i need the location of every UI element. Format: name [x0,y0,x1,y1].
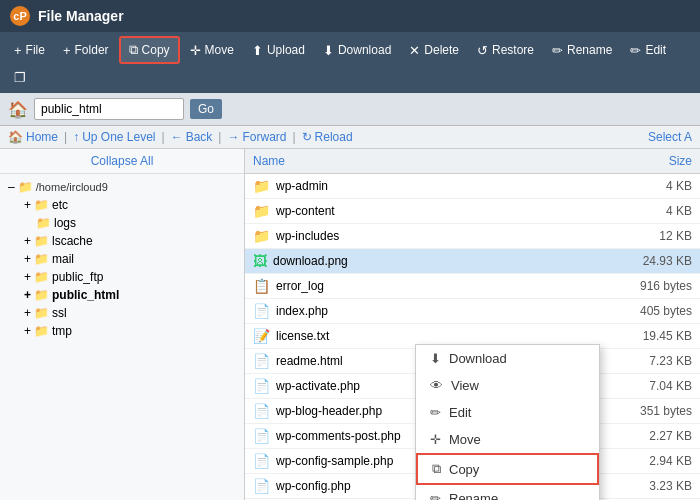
file-button[interactable]: + File [6,39,53,62]
tree-item-etc[interactable]: + 📁 etc [8,196,236,214]
folder-icon-ftp: 📁 [34,270,49,284]
restore-button[interactable]: ↺ Restore [469,39,542,62]
context-menu-item-move[interactable]: ✛ Move [416,426,599,453]
table-row[interactable]: 📁 wp-admin 4 KB [245,174,700,199]
tree-label-mail: mail [52,252,74,266]
file-name-label: wp-comments-post.php [276,429,401,443]
file-name-label: wp-config-sample.php [276,454,393,468]
tree-item-logs[interactable]: 📁 logs [8,214,236,232]
tree-item-tmp[interactable]: + 📁 tmp [8,322,236,340]
collapse-all-button[interactable]: Collapse All [0,149,244,174]
move-icon: ✛ [190,43,201,58]
php-file-icon: 📄 [253,478,270,494]
title-bar: cP File Manager [0,0,700,32]
reload-link[interactable]: ↻ Reload [302,130,353,144]
file-name-label: wp-blog-header.php [276,404,382,418]
folder-button[interactable]: + Folder [55,39,117,62]
minus-icon: – [8,180,15,194]
file-size: 12 KB [566,224,700,249]
copy-icon: ⧉ [129,42,138,58]
copy-cm-icon: ⧉ [432,461,441,477]
back-icon: ← [171,130,183,144]
home-link[interactable]: 🏠 Home [8,130,58,144]
toolbar: + File + Folder ⧉ Copy ✛ Move ⬆ Upload ⬇… [0,32,700,93]
rename-button[interactable]: ✏ Rename [544,39,620,62]
move-button[interactable]: ✛ Move [182,39,242,62]
html-file-icon: 📄 [253,353,270,369]
home-nav-icon: 🏠 [8,130,23,144]
download-button[interactable]: ⬇ Download [315,39,399,62]
tree-label-html: public_html [52,288,119,302]
copy-button[interactable]: ⧉ Copy [119,36,180,64]
expand-icon-mail: + [24,252,31,266]
back-link[interactable]: ← Back [171,130,213,144]
delete-button[interactable]: ✕ Delete [401,39,467,62]
file-name-label: wp-admin [276,179,328,193]
context-menu-label-download: Download [449,351,507,366]
rename-cm-icon: ✏ [430,491,441,500]
tree-section: – 📁 /home/ircloud9 + 📁 etc 📁 logs + 📁 ls… [0,174,244,344]
delete-icon: ✕ [409,43,420,58]
more-button[interactable]: ❐ [6,66,34,89]
tree-label-tmp: tmp [52,324,72,338]
upload-button[interactable]: ⬆ Upload [244,39,313,62]
file-size: 916 bytes [566,274,700,299]
root-label: /home/ircloud9 [36,181,108,193]
table-row[interactable]: 🖼 download.png 24.93 KB [245,249,700,274]
forward-link[interactable]: → Forward [227,130,286,144]
image-file-icon: 🖼 [253,253,267,269]
tree-item-public-ftp[interactable]: + 📁 public_ftp [8,268,236,286]
tree-label-logs: logs [54,216,76,230]
reload-icon: ↻ [302,130,312,144]
folder-icon-logs: 📁 [36,216,51,230]
file-name-label: wp-config.php [276,479,351,493]
expand-icon-lscache: + [24,234,31,248]
table-row[interactable]: 📁 wp-includes 12 KB [245,224,700,249]
folder-plus-icon: + [63,43,71,58]
go-button[interactable]: Go [190,99,222,119]
upload-icon: ⬆ [252,43,263,58]
sidebar: Collapse All – 📁 /home/ircloud9 + 📁 etc … [0,149,245,500]
tree-item-public-html[interactable]: + 📁 public_html [8,286,236,304]
app-title: File Manager [38,8,124,24]
tree-label-lscache: lscache [52,234,93,248]
context-menu-item-rename[interactable]: ✏ Rename [416,485,599,500]
file-name-label: license.txt [276,329,329,343]
php-file-icon: 📄 [253,403,270,419]
up-one-level-link[interactable]: ↑ Up One Level [73,130,155,144]
expand-icon-html: + [24,288,31,302]
home-icon: 🏠 [8,100,28,119]
php-file-icon: 📄 [253,378,270,394]
context-menu-item-copy[interactable]: ⧉ Copy [416,453,599,485]
table-row[interactable]: 📄 index.php 405 bytes [245,299,700,324]
name-column-header[interactable]: Name [245,149,566,174]
file-size: 24.93 KB [566,249,700,274]
file-name-label: wp-includes [276,229,339,243]
tree-label-ssl: ssl [52,306,67,320]
tree-root[interactable]: – 📁 /home/ircloud9 [8,178,236,196]
table-row[interactable]: 📋 error_log 916 bytes [245,274,700,299]
root-folder-icon: 📁 [18,180,33,194]
more-icon: ❐ [14,70,26,85]
main-layout: Collapse All – 📁 /home/ircloud9 + 📁 etc … [0,149,700,500]
edit-cm-icon: ✏ [430,405,441,420]
context-menu-item-edit[interactable]: ✏ Edit [416,399,599,426]
tree-label-ftp: public_ftp [52,270,103,284]
context-menu-item-view[interactable]: 👁 View [416,372,599,399]
select-all-link[interactable]: Select A [648,130,692,144]
tree-label-etc: etc [52,198,68,212]
tree-item-mail[interactable]: + 📁 mail [8,250,236,268]
edit-button[interactable]: ✏ Edit [622,39,674,62]
expand-icon-tmp: + [24,324,31,338]
path-input[interactable]: public_html [34,98,184,120]
size-column-header[interactable]: Size [566,149,700,174]
context-menu-label-edit: Edit [449,405,471,420]
file-name-label: wp-content [276,204,335,218]
file-name-label: index.php [276,304,328,318]
tree-item-ssl[interactable]: + 📁 ssl [8,304,236,322]
tree-item-lscache[interactable]: + 📁 lscache [8,232,236,250]
table-row[interactable]: 📁 wp-content 4 KB [245,199,700,224]
file-size: 4 KB [566,199,700,224]
context-menu-item-download[interactable]: ⬇ Download [416,345,599,372]
cpanel-icon: cP [10,6,30,26]
